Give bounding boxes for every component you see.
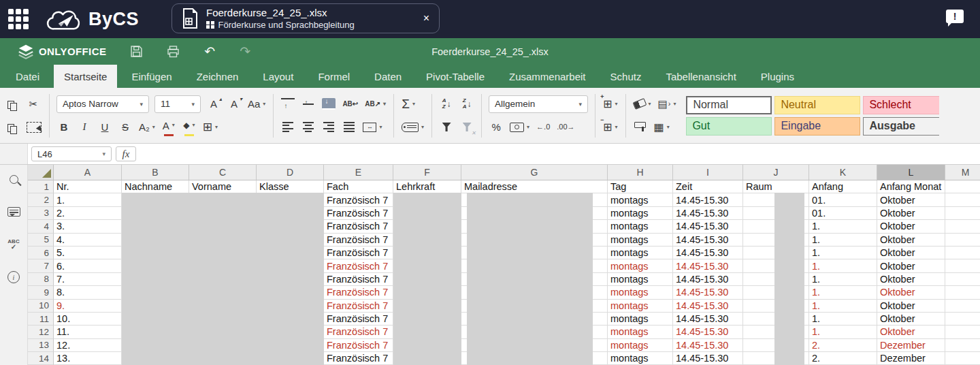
cell-E14[interactable]: Französisch 7 bbox=[324, 352, 393, 365]
cell-I6[interactable]: 14.45-15.30 bbox=[673, 247, 743, 259]
delete-cells-icon[interactable]: −⊞ bbox=[603, 118, 617, 136]
number-format-select[interactable]: Allgemein bbox=[489, 95, 588, 113]
cell-L4[interactable]: Oktober bbox=[877, 220, 945, 233]
cell-L10[interactable]: Oktober bbox=[877, 300, 945, 313]
cell-E9[interactable]: Französisch 7 bbox=[324, 286, 393, 299]
cell-A3[interactable]: 2. bbox=[54, 207, 122, 220]
named-ranges-icon[interactable] bbox=[402, 118, 424, 136]
formula-input[interactable] bbox=[136, 144, 980, 164]
cell-L5[interactable]: Oktober bbox=[877, 234, 945, 247]
cell-A10[interactable]: 9. bbox=[54, 300, 122, 313]
wrap-text-icon[interactable]: AB↩ bbox=[342, 95, 358, 113]
cell-H4[interactable]: montags bbox=[608, 220, 673, 233]
cell-H7[interactable]: montags bbox=[608, 259, 673, 272]
cell-L3[interactable]: Oktober bbox=[877, 207, 945, 220]
cell-I7[interactable]: 14.45-15.30 bbox=[673, 259, 743, 272]
cell-I14[interactable]: 14.45-15.30 bbox=[673, 352, 743, 365]
row-header-9[interactable]: 9 bbox=[28, 286, 54, 299]
cell-H14[interactable]: montags bbox=[608, 352, 673, 365]
increase-font-icon[interactable]: A▴ bbox=[207, 95, 220, 113]
cell-name-box[interactable]: L46 bbox=[31, 146, 112, 161]
decrease-font-icon[interactable]: A▾ bbox=[227, 95, 241, 113]
font-name-select[interactable]: Aptos Narrow bbox=[56, 95, 149, 113]
cell-K3[interactable]: 01. bbox=[809, 207, 877, 220]
cell-L12[interactable]: Oktober bbox=[877, 326, 945, 338]
cell-style-ausgabe[interactable]: Ausgabe bbox=[863, 117, 939, 136]
cell-E1[interactable]: Fach bbox=[324, 180, 393, 193]
cell-K14[interactable]: 2. bbox=[809, 352, 877, 365]
cell-A14[interactable]: 13. bbox=[54, 352, 122, 365]
cell-M12[interactable] bbox=[945, 326, 980, 338]
borders-icon[interactable]: ⊞ bbox=[203, 118, 218, 136]
cell-M10[interactable] bbox=[945, 300, 980, 313]
cell-M7[interactable] bbox=[945, 259, 980, 272]
cell-H2[interactable]: montags bbox=[608, 193, 673, 206]
tab-plugins[interactable]: Plugins bbox=[751, 65, 804, 88]
cell-L1[interactable]: Anfang Monat bbox=[877, 180, 945, 193]
row-header-6[interactable]: 6 bbox=[28, 247, 54, 259]
cell-E11[interactable]: Französisch 7 bbox=[324, 313, 393, 326]
align-bottom-icon[interactable] bbox=[322, 98, 336, 110]
copy-icon[interactable] bbox=[6, 99, 20, 109]
subscript-icon[interactable]: A₂ bbox=[139, 118, 155, 136]
cell-K8[interactable]: 1. bbox=[809, 273, 877, 286]
cut-icon[interactable]: ✂ bbox=[27, 95, 40, 113]
tab-formel[interactable]: Formel bbox=[308, 65, 360, 88]
column-header-G[interactable]: G bbox=[461, 165, 608, 180]
cell-A2[interactable]: 1. bbox=[54, 193, 122, 206]
column-header-H[interactable]: H bbox=[608, 165, 673, 180]
sort-ascending-icon[interactable]: AZ↓ bbox=[440, 95, 453, 113]
cell-L7[interactable]: Oktober bbox=[877, 259, 945, 272]
cell-F1[interactable]: Lehrkraft bbox=[393, 180, 461, 193]
cell-I5[interactable]: 14.45-15.30 bbox=[673, 234, 743, 247]
cell-style-gut[interactable]: Gut bbox=[686, 117, 772, 136]
cell-M14[interactable] bbox=[945, 352, 980, 365]
cell-A11[interactable]: 10. bbox=[54, 313, 122, 326]
column-header-C[interactable]: C bbox=[189, 165, 257, 180]
cell-H8[interactable]: montags bbox=[608, 273, 673, 286]
cell-K11[interactable]: 1. bbox=[809, 313, 877, 326]
cell-E6[interactable]: Französisch 7 bbox=[324, 247, 393, 259]
column-header-L[interactable]: L bbox=[877, 165, 945, 180]
cell-E12[interactable]: Französisch 7 bbox=[324, 326, 393, 338]
bold-icon[interactable]: B bbox=[57, 118, 71, 136]
font-color-icon[interactable]: A bbox=[162, 116, 176, 138]
row-header-4[interactable]: 4 bbox=[28, 220, 54, 233]
cell-K10[interactable]: 1. bbox=[809, 300, 877, 313]
filter-icon[interactable] bbox=[440, 118, 453, 136]
cell-M9[interactable] bbox=[945, 286, 980, 299]
cell-A9[interactable]: 8. bbox=[54, 286, 122, 299]
cell-A5[interactable]: 4. bbox=[54, 234, 122, 247]
copy-style-icon[interactable] bbox=[634, 118, 647, 136]
cell-I12[interactable]: 14.45-15.30 bbox=[673, 326, 743, 338]
cell-E10[interactable]: Französisch 7 bbox=[324, 300, 393, 313]
cell-I10[interactable]: 14.45-15.30 bbox=[673, 300, 743, 313]
column-header-D[interactable]: D bbox=[257, 165, 324, 180]
tab-zusammenarbeit[interactable]: Zusammenarbeit bbox=[499, 65, 596, 88]
cell-L13[interactable]: Dezember bbox=[877, 339, 945, 352]
row-header-14[interactable]: 14 bbox=[28, 352, 54, 365]
cell-A4[interactable]: 3. bbox=[54, 220, 122, 233]
tab-layout[interactable]: Layout bbox=[252, 65, 304, 88]
row-header-13[interactable]: 13 bbox=[28, 339, 54, 352]
cell-K6[interactable]: 1. bbox=[809, 247, 877, 259]
column-header-M[interactable]: M bbox=[945, 165, 980, 180]
cell-G1[interactable]: Mailadresse bbox=[461, 180, 608, 193]
cell-H12[interactable]: montags bbox=[608, 326, 673, 338]
row-header-10[interactable]: 10 bbox=[28, 300, 54, 313]
cell-M1[interactable] bbox=[945, 180, 980, 193]
cell-M4[interactable] bbox=[945, 220, 980, 233]
cell-style-schlecht[interactable]: Schlecht bbox=[863, 96, 939, 114]
cell-K7[interactable]: 1. bbox=[809, 259, 877, 272]
cell-A8[interactable]: 7. bbox=[54, 273, 122, 286]
cell-H1[interactable]: Tag bbox=[608, 180, 673, 193]
cell-I4[interactable]: 14.45-15.30 bbox=[673, 220, 743, 233]
align-top-icon[interactable] bbox=[281, 98, 295, 110]
cell-E4[interactable]: Französisch 7 bbox=[324, 220, 393, 233]
cell-E7[interactable]: Französisch 7 bbox=[324, 259, 393, 272]
cell-style-eingabe[interactable]: Eingabe bbox=[774, 117, 860, 136]
row-header-11[interactable]: 11 bbox=[28, 313, 54, 326]
cell-K9[interactable]: 1. bbox=[809, 286, 877, 299]
tab-tabellenansicht[interactable]: Tabellenansicht bbox=[655, 65, 746, 88]
sidebar-spellcheck-button[interactable]: ABC✓ bbox=[5, 237, 22, 252]
